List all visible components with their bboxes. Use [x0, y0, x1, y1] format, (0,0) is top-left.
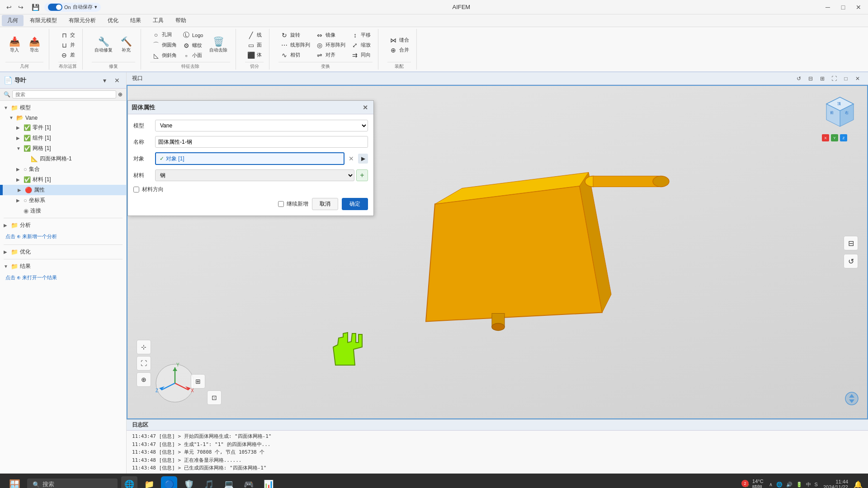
sidebar-close-button[interactable]: ✕	[112, 75, 123, 86]
circular-button[interactable]: ◎ 环形阵列	[314, 41, 347, 50]
logo-button[interactable]: Ⓛ Logo	[180, 30, 205, 40]
start-button[interactable]: 🪟	[5, 475, 24, 488]
name-input[interactable]	[155, 136, 368, 148]
tray-lang-icon[interactable]: 中	[806, 481, 811, 488]
vp-close-button[interactable]: ✕	[853, 74, 863, 84]
tree-collection[interactable]: ▶ ○ 集合	[0, 164, 126, 174]
tree-result[interactable]: ▼ 📁 结果	[0, 261, 126, 272]
align-button[interactable]: ⇌ 对齐	[314, 51, 347, 60]
same-dir-button[interactable]: ⇉ 同向	[349, 51, 373, 60]
array-button[interactable]: ⋯ 线形阵列	[278, 41, 312, 50]
material-add-button[interactable]: +	[356, 169, 368, 181]
vp-perspective-button[interactable]: ⊹	[137, 340, 151, 354]
fillet-button[interactable]: ⌒ 倒圆角	[150, 40, 179, 50]
taskbar-search[interactable]: 🔍 搜索	[27, 479, 118, 488]
add-analysis-action[interactable]: 点击 ⊕ 来新增一个分析	[0, 230, 126, 243]
import-button[interactable]: 📥 导入	[5, 35, 24, 55]
viewport-3d[interactable]: 固体属性 ✕ 模型 Vane 名称	[127, 85, 868, 419]
mirror-button[interactable]: ⇔ 镜像	[314, 31, 347, 40]
taskbar-app8-icon[interactable]: 📊	[260, 476, 277, 488]
menu-help[interactable]: 帮助	[170, 15, 192, 26]
menu-tools[interactable]: 工具	[147, 15, 169, 26]
tray-s-icon[interactable]: S	[815, 482, 818, 487]
ok-button[interactable]: 确定	[342, 198, 368, 210]
menu-geometry[interactable]: 几何	[2, 15, 24, 26]
search-input[interactable]	[12, 90, 116, 99]
taskbar-music-icon[interactable]: 🎵	[201, 476, 217, 488]
taskbar-folder-icon[interactable]: 📁	[141, 476, 157, 488]
tree-connection[interactable]: ◉ 连接	[0, 206, 126, 216]
diff-button[interactable]: ⊖ 差	[58, 51, 77, 60]
minimize-button[interactable]: ─	[822, 3, 834, 12]
supplement-button[interactable]: 🔨 补充	[117, 35, 135, 55]
rotate-button[interactable]: ↻ 旋转	[278, 31, 312, 40]
auto-remove-button[interactable]: 🗑️ 自动去除	[207, 35, 230, 55]
grid-button[interactable]: ⊞	[191, 374, 205, 389]
cube-nav-widget[interactable]: 顶 右 前 X Y Z	[822, 95, 858, 132]
taskbar-security-icon[interactable]: 🛡️	[181, 476, 197, 488]
union-button[interactable]: ⊔ 并	[58, 41, 77, 50]
save-button[interactable]: 💾	[30, 2, 41, 13]
taskbar-store-icon[interactable]: 🔵	[161, 476, 177, 488]
panel-close-button[interactable]: ✕	[361, 103, 370, 112]
sidebar-collapse-button[interactable]: ▾	[99, 75, 110, 86]
vp-section-button[interactable]: ⊟	[844, 236, 858, 250]
vp-focus-button[interactable]: ⊕	[137, 372, 151, 387]
continue-add-checkbox[interactable]	[278, 201, 284, 207]
tree-vane[interactable]: ▼ 📂 Vane	[0, 113, 126, 122]
tray-volume-icon[interactable]: 🔊	[786, 482, 793, 488]
vp-nav-arrow[interactable]	[844, 391, 859, 407]
material-select[interactable]: 钢	[155, 169, 354, 181]
tree-tet-mesh[interactable]: 📐 四面体网格-1	[0, 154, 126, 164]
tree-coordinate[interactable]: ▶ ○ 坐标系	[0, 195, 126, 206]
vp-frame-button[interactable]: ⛶	[137, 356, 151, 371]
cancel-button[interactable]: 取消	[312, 198, 338, 210]
taskbar-edge-icon[interactable]: 🌐	[121, 476, 137, 488]
tree-material[interactable]: ▶ ✅ 材料 [1]	[0, 174, 126, 185]
taskbar-app7-icon[interactable]: 🎮	[241, 476, 257, 488]
tray-arrow[interactable]: ∧	[769, 482, 773, 488]
stitch-button[interactable]: ⋈ 缝合	[387, 36, 411, 45]
scale-button[interactable]: ⤢ 缩放	[349, 41, 373, 50]
open-result-action[interactable]: 点击 ⊕ 来打开一个结果	[0, 272, 126, 284]
line-button[interactable]: ╱ 线	[245, 31, 264, 40]
tree-mesh[interactable]: ▼ ✅ 网格 [1]	[0, 143, 126, 154]
snap-button[interactable]: ⊡	[207, 390, 222, 405]
menu-result[interactable]: 结果	[125, 15, 146, 26]
undo-button[interactable]: ↩	[4, 2, 14, 13]
flatten-button[interactable]: ↕ 平移	[349, 31, 373, 40]
tree-properties[interactable]: ▶ 🔴 属性	[0, 185, 126, 195]
tree-section-model[interactable]: ▼ 📁 模型	[0, 103, 126, 113]
hole-button[interactable]: ○ 孔洞	[150, 30, 179, 39]
model-select[interactable]: Vane	[155, 120, 368, 131]
combine-button[interactable]: ⊕ 合并	[387, 46, 411, 55]
vp-fit-button[interactable]: ↺	[844, 254, 858, 268]
tree-components[interactable]: ▶ ✅ 组件 [1]	[0, 133, 126, 143]
search-options-icon[interactable]: ⊕	[118, 91, 123, 98]
screw-button[interactable]: ⚙ 螺纹	[180, 41, 205, 50]
tree-parts[interactable]: ▶ ✅ 零件 [1]	[0, 122, 126, 133]
object-arrow-button[interactable]: ▶	[358, 154, 368, 164]
taskbar-app6-icon[interactable]: 💻	[221, 476, 237, 488]
object-clear-button[interactable]: ✕	[346, 154, 356, 164]
autofix-button[interactable]: 🔧 自动修复	[92, 35, 115, 55]
menu-fem-model[interactable]: 有限元模型	[24, 15, 62, 26]
chamfer-button[interactable]: ◺ 倒斜角	[150, 51, 179, 60]
menu-optimize[interactable]: 优化	[102, 15, 124, 26]
solid-button[interactable]: ⬛ 体	[245, 51, 264, 60]
vp-split-v-button[interactable]: ⊞	[817, 74, 827, 84]
notification-button[interactable]: 🔔	[854, 480, 863, 488]
maximize-button[interactable]: □	[837, 3, 849, 12]
vp-refresh-button[interactable]: ↺	[794, 74, 804, 84]
menu-fem-analysis[interactable]: 有限元分析	[63, 15, 101, 26]
vp-split-h-button[interactable]: ⊟	[806, 74, 816, 84]
material-dir-checkbox[interactable]	[133, 187, 139, 192]
redo-button[interactable]: ↪	[15, 2, 26, 13]
small-face-button[interactable]: ▫ 小面	[180, 51, 205, 60]
taskbar-clock[interactable]: 11:44 2024/11/22	[823, 479, 848, 488]
intersect-button[interactable]: ⊓ 交	[58, 31, 77, 40]
vp-expand-button[interactable]: ⛶	[829, 74, 839, 84]
export-button[interactable]: 📤 导出	[25, 35, 43, 55]
tree-analysis[interactable]: ▶ 📁 分析	[0, 220, 126, 230]
tree-optimize[interactable]: ▶ 📁 优化	[0, 247, 126, 257]
